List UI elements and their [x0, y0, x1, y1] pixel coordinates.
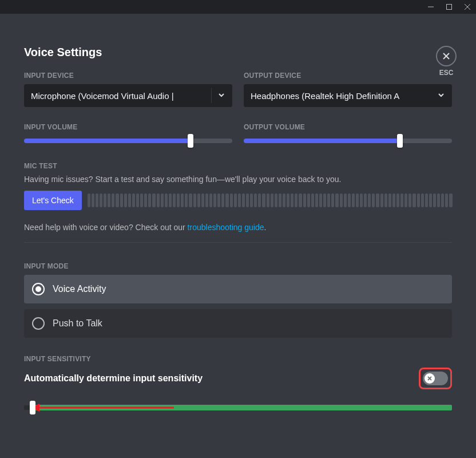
input-sensitivity-slider[interactable]: [24, 401, 452, 414]
chevron-down-icon: [437, 91, 445, 101]
input-mode-option[interactable]: Voice Activity: [24, 275, 452, 303]
output-device-label: OUTPUT DEVICE: [244, 72, 452, 80]
output-volume-label: OUTPUT VOLUME: [244, 123, 452, 131]
input-mode-label: INPUT MODE: [24, 262, 452, 270]
input-mode-option[interactable]: Push to Talk: [24, 309, 452, 338]
annotation-arrow: [33, 407, 174, 409]
auto-sensitivity-label: Automatically determine input sensitivit…: [24, 373, 203, 384]
radio-icon: [32, 317, 45, 330]
input-mode-option-label: Voice Activity: [53, 284, 106, 294]
mic-test-label: MIC TEST: [24, 162, 452, 170]
mic-test-meter: [88, 194, 452, 207]
window-close-icon[interactable]: [463, 4, 471, 10]
chevron-down-icon: [217, 91, 225, 101]
output-device-select[interactable]: Headphones (Realtek High Definition A: [244, 84, 452, 107]
close-settings-button[interactable]: [436, 46, 457, 66]
page-title: Voice Settings: [24, 46, 452, 59]
input-sensitivity-label: INPUT SENSITIVITY: [24, 355, 452, 363]
window-titlebar: [0, 0, 476, 14]
divider: [24, 242, 452, 243]
auto-sensitivity-toggle[interactable]: [423, 372, 448, 385]
input-device-value: Microphone (Voicemod Virtual Audio |: [31, 91, 208, 101]
input-mode-option-label: Push to Talk: [53, 318, 102, 329]
input-volume-slider[interactable]: [24, 136, 232, 146]
input-device-select[interactable]: Microphone (Voicemod Virtual Audio |: [24, 84, 232, 107]
mic-test-button[interactable]: Let's Check: [24, 191, 82, 210]
troubleshoot-link[interactable]: troubleshooting guide: [188, 223, 264, 232]
window-minimize-icon[interactable]: [427, 4, 435, 10]
annotation-highlight: [419, 368, 452, 389]
svg-rect-1: [447, 5, 452, 10]
input-device-label: INPUT DEVICE: [24, 72, 232, 80]
troubleshoot-text: Need help with voice or video? Check out…: [24, 223, 452, 232]
output-device-value: Headphones (Realtek High Definition A: [251, 91, 437, 101]
esc-label: ESC: [439, 69, 454, 77]
output-volume-slider[interactable]: [244, 136, 452, 146]
input-volume-label: INPUT VOLUME: [24, 123, 232, 131]
window-maximize-icon[interactable]: [445, 4, 453, 10]
mic-test-help: Having mic issues? Start a test and say …: [24, 175, 452, 184]
radio-icon: [32, 283, 45, 295]
